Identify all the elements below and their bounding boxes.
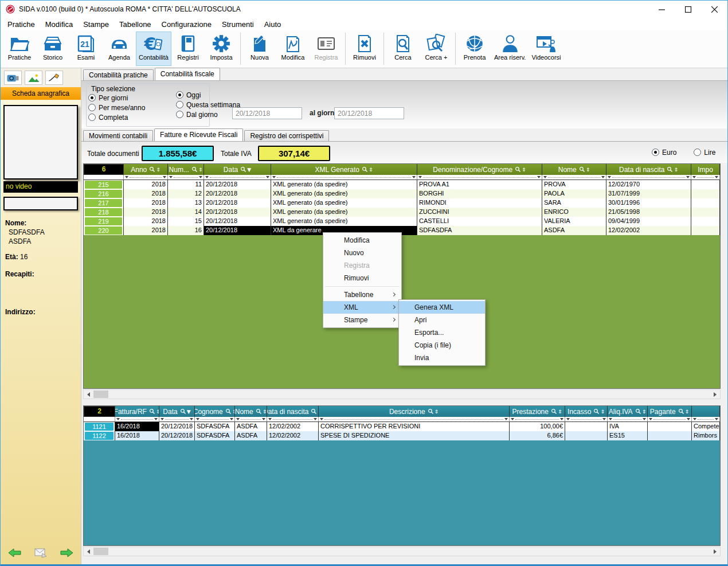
- scrollbar-thumb[interactable]: [93, 548, 108, 555]
- toolbar-button-nuova[interactable]: Nuova: [243, 32, 276, 66]
- radio-lire[interactable]: Lire: [694, 147, 715, 157]
- filter-cell[interactable]: [565, 417, 608, 421]
- toolbar-button-modifica[interactable]: Modifica: [276, 32, 310, 66]
- filter-cell[interactable]: [115, 417, 159, 421]
- submenu-item-genera-xml[interactable]: Genera XML: [399, 301, 485, 314]
- radio-per-giorni[interactable]: Per giorni: [88, 93, 145, 103]
- menu-tabellone[interactable]: Tabellone: [114, 19, 156, 30]
- menu-aiuto[interactable]: Aiuto: [259, 19, 287, 30]
- context-menu-item-modifica[interactable]: Modifica: [323, 234, 401, 247]
- filter-cell[interactable]: [168, 175, 204, 179]
- submenu-item-invia[interactable]: Invia: [399, 352, 485, 364]
- toolbar-button-pratiche[interactable]: Pratiche: [3, 32, 36, 66]
- column-header-fattura-rf[interactable]: Fattura/RF⇕: [115, 406, 159, 417]
- filter-cell[interactable]: [319, 417, 510, 421]
- column-header-nome[interactable]: Nome⇕: [235, 406, 267, 417]
- submenu-item-apri[interactable]: Apri: [399, 314, 485, 326]
- date-from-input[interactable]: [232, 107, 302, 119]
- scrollbar-thumb[interactable]: [93, 391, 108, 398]
- radio-per-mese-anno[interactable]: Per mese/anno: [88, 103, 145, 112]
- filter-cell[interactable]: [608, 417, 648, 421]
- row-number[interactable]: 218: [85, 208, 122, 216]
- prev-arrow-icon[interactable]: [8, 547, 22, 561]
- column-header-data-di-nascita[interactable]: Data di nascita⇕: [267, 406, 319, 417]
- table-row[interactable]: 112116/201820/12/2018SDFASDFAASDFA12/02/…: [84, 422, 720, 431]
- toolbar-button-storico[interactable]: Storico: [36, 32, 69, 66]
- context-menu-item-stampe[interactable]: Stampe: [323, 314, 401, 326]
- column-header-data[interactable]: Data▼: [204, 164, 271, 175]
- row-number[interactable]: 220: [85, 227, 122, 235]
- filter-cell[interactable]: [267, 417, 319, 421]
- column-header-data[interactable]: Data▼: [159, 406, 195, 417]
- row-number[interactable]: 217: [85, 199, 122, 207]
- radio-oggi[interactable]: Oggi: [176, 90, 240, 100]
- scroll-left-icon[interactable]: [84, 547, 93, 556]
- column-header-prestazione[interactable]: Prestazione⇕: [510, 406, 565, 417]
- signature-icon[interactable]: [45, 71, 63, 85]
- toolbar-button-registri[interactable]: Registri: [171, 32, 205, 66]
- column-header-incasso[interactable]: Incasso⇕: [565, 406, 608, 417]
- maximize-button[interactable]: [675, 1, 701, 18]
- filter-cell[interactable]: [606, 175, 691, 179]
- table-row[interactable]: 112216/201820/12/2018SDFASDFAASDFA12/02/…: [84, 431, 720, 440]
- tab-contabilit-pratiche[interactable]: Contabilità pratiche: [83, 69, 154, 80]
- close-button[interactable]: [701, 1, 727, 18]
- context-menu-item-nuovo[interactable]: Nuovo: [323, 247, 401, 259]
- scroll-left-icon[interactable]: [84, 390, 93, 399]
- table-row[interactable]: 21820181420/12/2018XML generato (da sped…: [84, 208, 720, 217]
- subtab-registro-dei-corrispettivi[interactable]: Registro dei corrispettivi: [244, 130, 329, 141]
- filter-cell[interactable]: [691, 175, 720, 179]
- toolbar-button-cerca[interactable]: Cerca: [386, 32, 420, 66]
- context-menu-item-tabellone[interactable]: Tabellone: [323, 288, 401, 301]
- radio-dal-giorno[interactable]: Dal giorno: [176, 110, 240, 119]
- table-row[interactable]: 21520181120/12/2018XML generato (da sped…: [84, 180, 720, 189]
- table-row[interactable]: 21920181520/12/2018XML generato (da sped…: [84, 217, 720, 226]
- table-row[interactable]: 21620181220/12/2018XML generato (da sped…: [84, 189, 720, 198]
- menu-modifica[interactable]: Modifica: [40, 19, 78, 30]
- toolbar-button-rimuovi[interactable]: Rimuovi: [348, 32, 381, 66]
- row-number[interactable]: 216: [85, 190, 122, 198]
- submenu-item-esporta[interactable]: Esporta...: [399, 326, 485, 339]
- context-menu-item-xml[interactable]: XML: [323, 301, 401, 314]
- subtab-movimenti-contabili[interactable]: Movimenti contabili: [83, 130, 153, 141]
- row-number[interactable]: 215: [85, 181, 122, 189]
- table-row[interactable]: 21720181320/12/2018XML generato (da sped…: [84, 198, 720, 208]
- table-row[interactable]: 22020181620/12/2018XML da generareSDFASD…: [84, 226, 720, 235]
- column-header-num[interactable]: Num...⇕: [168, 164, 204, 175]
- menu-stampe[interactable]: Stampe: [78, 19, 114, 30]
- filter-cell[interactable]: [159, 417, 195, 421]
- menu-strumenti[interactable]: Strumenti: [217, 19, 259, 30]
- column-header-aliq-iva[interactable]: Aliq.IVA⇕: [608, 406, 648, 417]
- minimize-button[interactable]: [648, 1, 675, 18]
- column-header-anno[interactable]: Anno⇕: [124, 164, 168, 175]
- filter-cell[interactable]: [417, 175, 542, 179]
- filter-cell[interactable]: [124, 175, 168, 179]
- radio-euro[interactable]: Euro: [652, 147, 676, 157]
- date-to-input[interactable]: [334, 107, 404, 119]
- filter-cell[interactable]: [204, 175, 271, 179]
- filter-cell[interactable]: [235, 417, 267, 421]
- context-menu-item-rimuovi[interactable]: Rimuovi: [323, 272, 401, 284]
- row-number[interactable]: 219: [85, 217, 122, 225]
- toolbar-button-imposta[interactable]: Imposta: [205, 32, 238, 66]
- camera-icon[interactable]: [4, 71, 22, 85]
- submenu-item-copia-i-file[interactable]: Copia (i file): [399, 339, 485, 352]
- menu-pratiche[interactable]: Pratiche: [2, 19, 40, 30]
- menu-configurazione[interactable]: Configurazione: [156, 19, 217, 30]
- toolbar-button-cerca[interactable]: Cerca +: [420, 32, 453, 66]
- column-header-denominazione-cognome[interactable]: Denominazione/Cognome⇕: [417, 164, 542, 175]
- toolbar-button-agenda[interactable]: Agenda: [103, 32, 136, 66]
- next-arrow-icon[interactable]: [60, 547, 73, 561]
- column-header-cognome[interactable]: Cognome⇕: [195, 406, 235, 417]
- filter-cell[interactable]: [648, 417, 692, 421]
- toolbar-button-contabilit[interactable]: €Contabilità: [136, 32, 171, 66]
- filter-cell[interactable]: [510, 417, 565, 421]
- row-number[interactable]: 1122: [85, 432, 113, 440]
- toolbar-button-esami[interactable]: 21Esami: [69, 32, 103, 66]
- scroll-right-icon[interactable]: [710, 547, 720, 556]
- subtab-fatture-e-ricevute-fiscali[interactable]: Fatture e Ricevute Fiscali: [154, 128, 243, 141]
- column-header-pagante[interactable]: Pagante⇕: [648, 406, 692, 417]
- column-header-item[interactable]: [692, 406, 720, 417]
- row-number[interactable]: 1121: [85, 423, 113, 431]
- column-header-impo[interactable]: Impo: [691, 164, 720, 175]
